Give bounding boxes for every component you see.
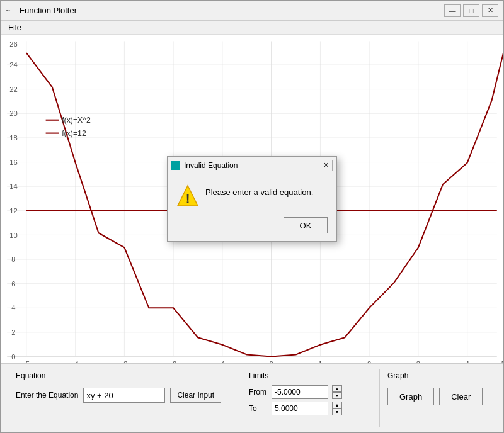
equation-section-title: Equation — [16, 371, 233, 380]
from-spinner: ▲ ▼ — [332, 385, 342, 399]
dialog-footer: OK — [168, 215, 336, 241]
from-label: From — [249, 388, 268, 396]
limits-section: Limits From ▲ ▼ To ▲ ▼ — [241, 369, 380, 427]
bottom-panel: Equation Enter the Equation Clear Input … — [1, 363, 503, 432]
titlebar: ~ Function Plotter — □ ✕ — [1, 1, 503, 21]
close-button[interactable]: ✕ — [482, 4, 498, 17]
main-window: ~ Function Plotter — □ ✕ File — [0, 0, 504, 433]
graph-button[interactable]: Graph — [387, 388, 434, 405]
window-title: Function Plotter — [20, 6, 444, 15]
clear-input-button[interactable]: Clear Input — [170, 388, 221, 403]
maximize-button[interactable]: □ — [463, 4, 479, 17]
limits-section-title: Limits — [249, 371, 372, 380]
equation-input[interactable] — [83, 388, 165, 403]
invalid-equation-dialog: Invalid Equation ✕ ! Please enter a vali… — [167, 156, 337, 242]
to-input[interactable] — [272, 402, 328, 415]
to-label: To — [249, 404, 268, 413]
equation-section: Equation Enter the Equation Clear Input — [8, 369, 241, 427]
graph-section: Graph Graph Clear — [380, 369, 496, 427]
dialog-app-icon — [171, 161, 180, 170]
from-spinner-up[interactable]: ▲ — [332, 385, 342, 392]
minimize-button[interactable]: — — [444, 4, 461, 17]
warning-icon: ! — [176, 184, 199, 207]
graph-section-title: Graph — [387, 371, 488, 380]
app-icon: ~ — [6, 6, 16, 16]
dialog-title: Invalid Equation — [184, 161, 319, 170]
equation-row: Enter the Equation Clear Input — [16, 388, 233, 403]
from-spinner-down[interactable]: ▼ — [332, 392, 342, 399]
window-controls: — □ ✕ — [444, 4, 498, 17]
dialog-message: Please enter a valid equation. — [205, 184, 313, 198]
svg-text:!: ! — [186, 192, 190, 206]
menubar: File — [1, 21, 503, 35]
graph-buttons: Graph Clear — [387, 388, 488, 405]
dialog-body: ! Please enter a valid equation. — [168, 174, 336, 215]
equation-label: Enter the Equation — [16, 391, 78, 400]
to-spinner: ▲ ▼ — [332, 402, 342, 415]
menu-file[interactable]: File — [3, 21, 26, 33]
from-input[interactable] — [272, 385, 328, 399]
dialog-ok-button[interactable]: OK — [284, 217, 328, 233]
clear-button[interactable]: Clear — [439, 388, 483, 405]
dialog-titlebar: Invalid Equation ✕ — [168, 157, 336, 174]
to-row: To ▲ ▼ — [249, 402, 372, 415]
dialog-close-button[interactable]: ✕ — [319, 160, 333, 171]
from-row: From ▲ ▼ — [249, 385, 372, 399]
to-spinner-down[interactable]: ▼ — [332, 408, 342, 415]
graph-area: 0 2 4 6 8 10 12 14 16 18 20 22 24 26 -5 … — [1, 35, 503, 363]
to-spinner-up[interactable]: ▲ — [332, 402, 342, 408]
dialog-overlay: Invalid Equation ✕ ! Please enter a vali… — [1, 35, 503, 363]
